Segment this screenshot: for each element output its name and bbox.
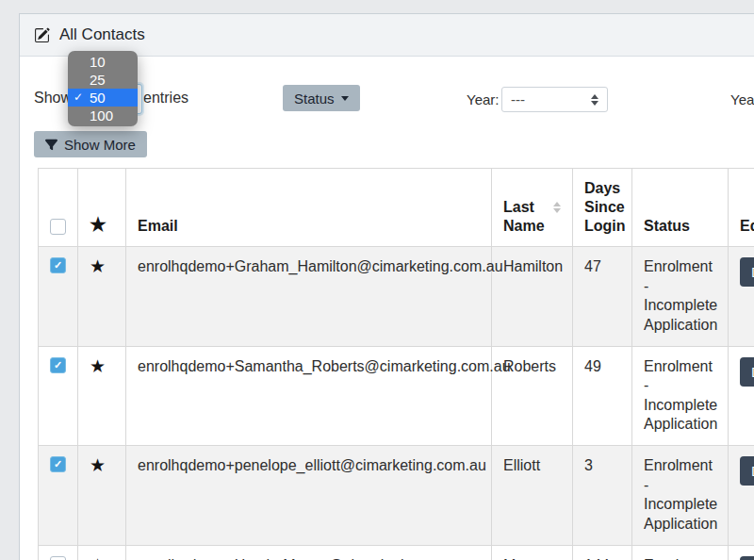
row-checkbox[interactable]: ✓: [50, 257, 66, 273]
page-size-option[interactable]: 10: [68, 53, 138, 71]
star-header-cell: ★: [78, 169, 126, 247]
show-entries-label-after: entries: [143, 89, 188, 107]
caret-down-icon: [341, 96, 349, 101]
show-more-label: Show More: [64, 137, 136, 153]
page-size-option[interactable]: 100: [68, 107, 138, 124]
details-button[interactable]: Details: [740, 357, 754, 387]
row-edit-cell: Details: [729, 545, 754, 560]
row-select-cell: ✓: [39, 346, 78, 446]
row-star-cell: ★: [78, 247, 126, 347]
page-title: All Contacts: [59, 25, 145, 44]
row-email: enrolhqdemo+Graham_Hamilton@cimarketing.…: [126, 247, 492, 347]
row-last-name: Mason: [492, 545, 573, 560]
row-status: Enrolment - Incomplete Application: [632, 346, 729, 446]
row-edit-cell: Details: [729, 446, 754, 546]
column-header-last-name[interactable]: Last Name: [492, 169, 573, 247]
contacts-table-body: ✓ ★ enrolhqdemo+Graham_Hamilton@cimarket…: [39, 247, 754, 560]
page-size-option[interactable]: 25: [68, 71, 138, 89]
row-days-since-login: 144: [573, 545, 632, 560]
star-icon[interactable]: ★: [90, 456, 106, 474]
star-icon[interactable]: ★: [90, 357, 106, 375]
check-icon: ✓: [54, 459, 62, 469]
year-filter-label: Year:: [467, 91, 499, 108]
row-email: enrolhqdemo+Heath_Mason@cimarketing.com.…: [126, 545, 492, 560]
page-size-dropdown: 1025✓50100: [68, 51, 138, 126]
row-status: Enrolment - Incomplete Application: [632, 446, 729, 546]
check-icon: ✓: [54, 260, 62, 271]
filter-icon: [45, 139, 57, 151]
column-header-days-since-login[interactable]: Days Since Login: [573, 169, 632, 247]
page-size-option[interactable]: ✓50: [68, 89, 138, 107]
row-select-cell: [39, 545, 78, 560]
row-status: Enrolment - Incomplete Application: [632, 247, 729, 347]
row-days-since-login: 47: [573, 247, 632, 347]
row-edit-cell: Details: [729, 247, 754, 347]
details-button[interactable]: Details: [740, 556, 754, 560]
row-select-cell: ✓: [39, 446, 78, 546]
show-more-button[interactable]: Show More: [34, 131, 147, 157]
status-filter-label: Status: [294, 91, 335, 107]
column-header-status[interactable]: Status: [632, 169, 729, 247]
row-star-cell: ★: [78, 545, 126, 560]
year-right-label: Year: [730, 91, 754, 108]
select-all-checkbox[interactable]: [50, 219, 66, 235]
row-star-cell: ★: [78, 346, 126, 446]
check-icon: ✓: [54, 360, 62, 371]
row-edit-cell: Details: [729, 346, 754, 446]
row-status: Enrolment - Incomplete Application: [632, 545, 729, 560]
sort-icon: [553, 202, 561, 213]
row-last-name: Elliott: [492, 446, 573, 546]
table-row: ✓ ★ enrolhqdemo+Samantha_Roberts@cimarke…: [39, 346, 754, 446]
star-icon: ★: [90, 215, 107, 234]
year-filter-select[interactable]: ---: [501, 87, 608, 112]
row-days-since-login: 49: [573, 346, 632, 446]
edit-icon[interactable]: [34, 27, 50, 43]
select-all-header-cell: [39, 169, 78, 247]
details-button[interactable]: Details: [740, 257, 754, 287]
show-entries-label-before: Show: [34, 89, 72, 107]
row-last-name: Hamilton: [492, 247, 573, 347]
column-header-edit: Edit: [729, 169, 754, 247]
star-icon[interactable]: ★: [90, 257, 106, 275]
star-icon[interactable]: ★: [90, 556, 106, 560]
contacts-card: All Contacts Show entries 1025✓50100 Sta…: [19, 13, 754, 560]
row-star-cell: ★: [78, 446, 126, 546]
table-row: ★ enrolhqdemo+Heath_Mason@cimarketing.co…: [39, 545, 754, 560]
check-icon: ✓: [74, 89, 83, 107]
details-button[interactable]: Details: [740, 456, 754, 486]
row-select-cell: ✓: [39, 247, 78, 347]
row-email: enrolhqdemo+penelope_elliott@cimarketing…: [126, 446, 492, 546]
table-header-row: ★ Email Last Name Days Since Login Statu…: [39, 169, 754, 247]
column-header-last-name-label: Last Name: [503, 199, 545, 234]
row-checkbox[interactable]: [50, 556, 66, 560]
row-last-name: Roberts: [492, 346, 573, 446]
year-filter-value: ---: [511, 91, 525, 107]
contacts-table: ★ Email Last Name Days Since Login Statu…: [38, 168, 754, 560]
status-filter-button[interactable]: Status: [283, 85, 360, 111]
row-days-since-login: 3: [573, 446, 632, 546]
row-checkbox[interactable]: ✓: [50, 357, 66, 373]
row-checkbox[interactable]: ✓: [50, 456, 66, 472]
table-row: ✓ ★ enrolhqdemo+Graham_Hamilton@cimarket…: [39, 247, 754, 347]
select-arrows-icon: [591, 94, 598, 106]
table-row: ✓ ★ enrolhqdemo+penelope_elliott@cimarke…: [39, 446, 754, 546]
row-email: enrolhqdemo+Samantha_Roberts@cimarketing…: [126, 346, 492, 446]
column-header-email[interactable]: Email: [126, 169, 492, 247]
